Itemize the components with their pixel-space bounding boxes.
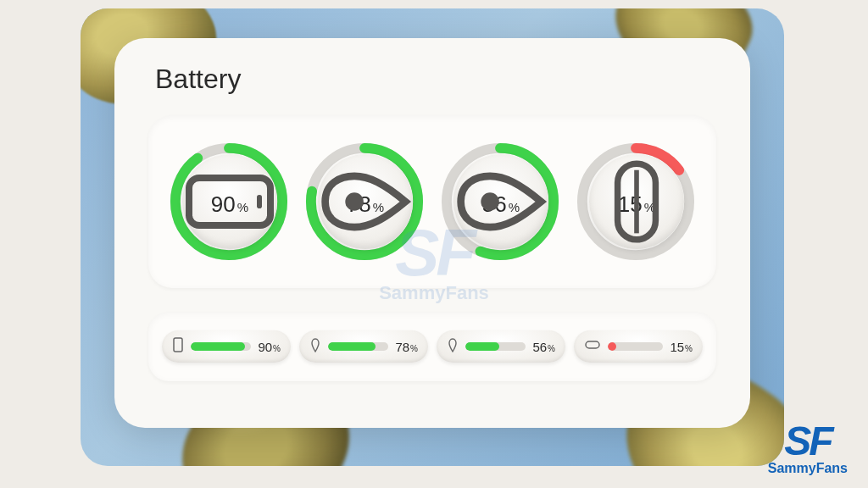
bars-panel: 90% 78% 56% 15% bbox=[148, 312, 716, 381]
svg-rect-15 bbox=[586, 341, 599, 348]
battery-widget-card: Battery 90% 78% bbox=[114, 38, 750, 428]
gauges-panel: 90% 78% 56% bbox=[148, 115, 716, 288]
device-gauge-earbud-right[interactable]: 56% bbox=[438, 139, 562, 264]
pill-bar bbox=[191, 342, 251, 351]
pill-value: 56% bbox=[532, 340, 555, 354]
device-pill-phone[interactable]: 90% bbox=[162, 330, 291, 363]
device-gauge-earbud-left[interactable]: 78% bbox=[303, 139, 426, 264]
svg-rect-14 bbox=[174, 338, 182, 352]
pill-value: 90% bbox=[258, 340, 281, 354]
pill-bar bbox=[608, 342, 663, 351]
device-pill-earbud-left[interactable]: 78% bbox=[299, 330, 428, 363]
card-title: Battery bbox=[155, 64, 716, 95]
phone-icon bbox=[172, 337, 184, 356]
svg-point-6 bbox=[345, 192, 364, 211]
earbud-icon bbox=[447, 338, 459, 356]
device-gauge-case[interactable]: 15% bbox=[574, 139, 698, 264]
svg-rect-3 bbox=[257, 195, 262, 208]
earbud-icon bbox=[309, 338, 321, 356]
pill-bar bbox=[328, 342, 388, 351]
device-gauge-phone[interactable]: 90% bbox=[167, 139, 291, 264]
device-pill-earbud-right[interactable]: 56% bbox=[437, 330, 565, 363]
pill-bar bbox=[465, 342, 526, 351]
svg-point-9 bbox=[481, 192, 499, 211]
case-icon bbox=[584, 339, 601, 354]
pill-value: 15% bbox=[670, 340, 693, 354]
device-pill-case[interactable]: 15% bbox=[574, 330, 703, 363]
pill-value: 78% bbox=[395, 340, 418, 354]
